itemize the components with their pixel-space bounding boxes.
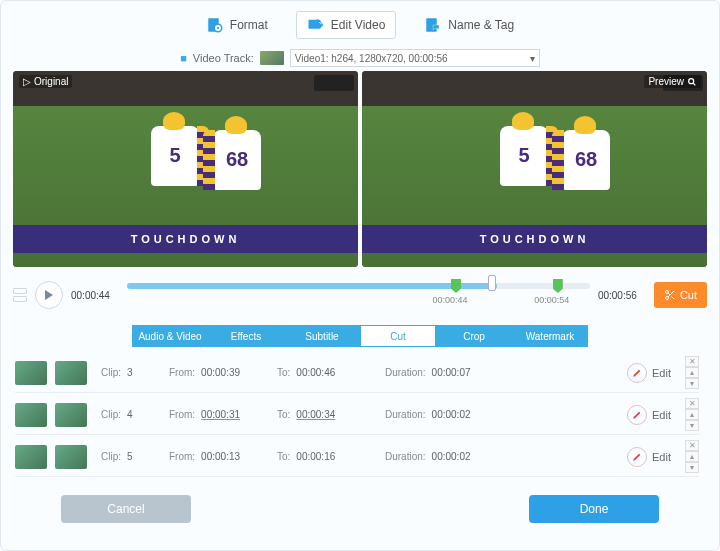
clip-thumb <box>55 403 87 427</box>
subtab-watermark[interactable]: Watermark <box>512 325 588 347</box>
duration-label: Duration: <box>385 451 426 462</box>
time-total: 00:00:56 <box>598 290 646 301</box>
cut-button-label: Cut <box>680 289 697 301</box>
format-icon <box>206 16 224 34</box>
edit-label: Edit <box>652 367 671 379</box>
from-value[interactable]: 00:00:39 <box>201 367 240 378</box>
player-jersey: 68 <box>562 130 610 190</box>
clip-number: 4 <box>127 409 133 420</box>
play-button[interactable] <box>35 281 63 309</box>
timeline[interactable]: 00:00:44 00:00:54 <box>127 275 590 315</box>
move-up-button[interactable]: ▴ <box>685 451 699 462</box>
timeline-knob[interactable] <box>488 275 496 291</box>
to-value[interactable]: 00:00:46 <box>296 367 335 378</box>
clip-label: Clip: <box>101 451 121 462</box>
duration-value: 00:00:02 <box>432 409 471 420</box>
frame-fwd-button[interactable] <box>13 296 27 302</box>
edit-video-icon <box>307 16 325 34</box>
move-up-button[interactable]: ▴ <box>685 409 699 420</box>
clip-thumb <box>15 445 47 469</box>
to-value[interactable]: 00:00:34 <box>296 409 335 420</box>
to-value[interactable]: 00:00:16 <box>296 451 335 462</box>
to-label: To: <box>277 367 290 378</box>
edit-clip-button[interactable]: Edit <box>627 363 671 383</box>
move-down-button[interactable]: ▾ <box>685 420 699 431</box>
clip-row: Clip:5From:00:00:13To:00:00:16Duration:0… <box>15 437 699 477</box>
scissors-icon <box>664 289 676 301</box>
chevron-down-icon: ▾ <box>530 53 535 64</box>
time-current: 00:00:44 <box>71 290 119 301</box>
tab-name-tag[interactable]: Name & Tag <box>414 11 524 39</box>
video-track-select[interactable]: Video1: h264, 1280x720, 00:00:56 ▾ <box>290 49 540 67</box>
move-down-button[interactable]: ▾ <box>685 378 699 389</box>
to-label: To: <box>277 409 290 420</box>
cut-button[interactable]: Cut <box>654 282 707 308</box>
clip-thumb <box>15 361 47 385</box>
name-tag-icon <box>424 16 442 34</box>
from-value[interactable]: 00:00:31 <box>201 409 240 420</box>
move-down-button[interactable]: ▾ <box>685 462 699 473</box>
from-value[interactable]: 00:00:13 <box>201 451 240 462</box>
banner-text: TOUCHDOWN <box>131 233 241 245</box>
subtab-cut[interactable]: Cut <box>360 325 436 347</box>
subtab-crop[interactable]: Crop <box>436 325 512 347</box>
preview-tag[interactable]: Preview <box>644 75 701 88</box>
edit-label: Edit <box>652 451 671 463</box>
banner-text: TOUCHDOWN <box>480 233 590 245</box>
clip-row: Clip:4From:00:00:31To:00:00:34Duration:0… <box>15 395 699 435</box>
duration-value: 00:00:07 <box>432 367 471 378</box>
edit-clip-button[interactable]: Edit <box>627 405 671 425</box>
player-jersey: 5 <box>151 126 199 186</box>
track-selected-text: Video1: h264, 1280x720, 00:00:56 <box>295 53 448 64</box>
clip-number: 5 <box>127 451 133 462</box>
tab-name-tag-label: Name & Tag <box>448 18 514 32</box>
tab-format-label: Format <box>230 18 268 32</box>
clip-row: Clip:3From:00:00:39To:00:00:46Duration:0… <box>15 353 699 393</box>
svg-point-6 <box>665 291 668 294</box>
clip-label: Clip: <box>101 367 121 378</box>
magnify-icon <box>687 77 697 87</box>
edit-clip-button[interactable]: Edit <box>627 447 671 467</box>
clip-thumb <box>15 403 47 427</box>
clip-thumb <box>55 445 87 469</box>
subtab-effects[interactable]: Effects <box>208 325 284 347</box>
from-label: From: <box>169 409 195 420</box>
svg-point-7 <box>665 297 668 300</box>
clip-thumb <box>55 361 87 385</box>
play-icon <box>44 290 54 300</box>
cut-end-marker[interactable] <box>553 279 563 293</box>
original-tag: ▷ Original <box>19 75 72 88</box>
edit-label: Edit <box>652 409 671 421</box>
cancel-button[interactable]: Cancel <box>61 495 191 523</box>
done-button[interactable]: Done <box>529 495 659 523</box>
tab-edit-video[interactable]: Edit Video <box>296 11 397 39</box>
move-up-button[interactable]: ▴ <box>685 367 699 378</box>
subtab-audio-video[interactable]: Audio & Video <box>132 325 208 347</box>
tab-format[interactable]: Format <box>196 11 278 39</box>
duration-value: 00:00:02 <box>432 451 471 462</box>
svg-point-5 <box>689 78 694 83</box>
clip-label: Clip: <box>101 409 121 420</box>
subtab-subtitle[interactable]: Subtitle <box>284 325 360 347</box>
delete-clip-button[interactable]: ✕ <box>685 440 699 451</box>
track-thumb <box>260 51 284 65</box>
duration-label: Duration: <box>385 409 426 420</box>
delete-clip-button[interactable]: ✕ <box>685 356 699 367</box>
from-label: From: <box>169 451 195 462</box>
clip-number: 3 <box>127 367 133 378</box>
cut-start-marker[interactable] <box>451 279 461 293</box>
score-bug <box>314 75 354 91</box>
pencil-icon <box>627 405 647 425</box>
preview-output: 5 68 TOUCHDOWN Preview <box>362 71 707 267</box>
pencil-icon <box>627 447 647 467</box>
delete-clip-button[interactable]: ✕ <box>685 398 699 409</box>
frame-back-button[interactable] <box>13 288 27 294</box>
from-label: From: <box>169 367 195 378</box>
video-track-label: Video Track: <box>193 52 254 64</box>
to-label: To: <box>277 451 290 462</box>
tick-label: 00:00:44 <box>432 295 467 305</box>
svg-point-2 <box>217 27 219 29</box>
duration-label: Duration: <box>385 367 426 378</box>
player-jersey: 68 <box>213 130 261 190</box>
player-jersey: 5 <box>500 126 548 186</box>
